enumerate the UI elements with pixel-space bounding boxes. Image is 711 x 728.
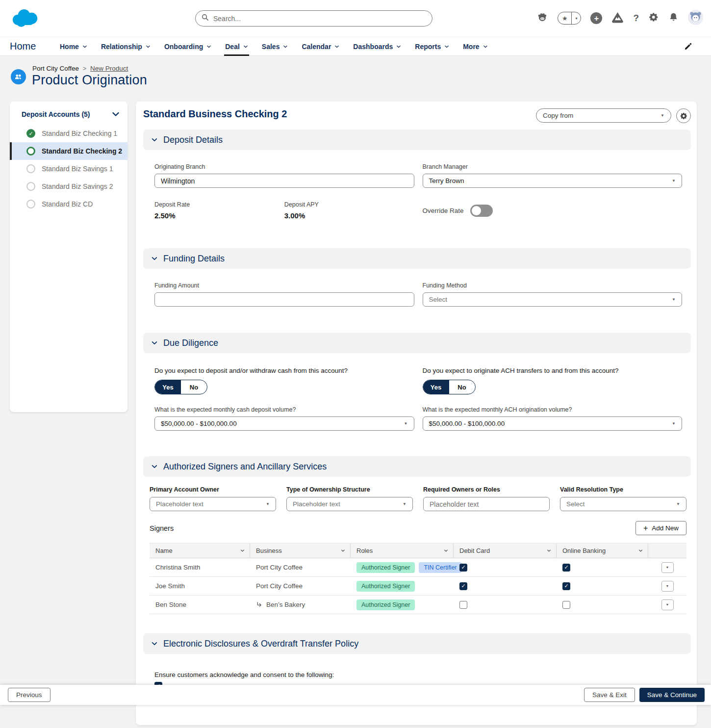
global-search[interactable] — [195, 10, 432, 26]
star-icon: ★ — [558, 12, 572, 24]
originating-branch-input[interactable] — [154, 174, 414, 188]
online-banking-checkbox[interactable] — [562, 582, 570, 590]
ownership-structure-select[interactable]: Placeholder text▼ — [286, 497, 413, 511]
sidebar-item-standard-biz-savings-1[interactable]: Standard Biz Savings 1 — [10, 160, 127, 178]
nav-tab-reports[interactable]: Reports — [408, 37, 456, 56]
funding-method-select[interactable]: Select▼ — [423, 292, 683, 307]
favorites-icon[interactable]: ★ ▼ — [558, 12, 581, 25]
funding-amount-input[interactable] — [154, 292, 414, 307]
debit-card-checkbox[interactable] — [459, 601, 467, 609]
resolution-type-select[interactable]: Select▼ — [560, 497, 686, 511]
ach-question-toggle[interactable]: Yes No — [423, 380, 476, 394]
signer-business: Port City Coffee — [256, 564, 303, 571]
online-banking-checkbox[interactable] — [562, 601, 570, 609]
settings-gear-button[interactable] — [676, 108, 691, 123]
primary-account-owner-select[interactable]: Placeholder text▼ — [150, 497, 276, 511]
column-header-online-banking[interactable]: Online Banking — [557, 544, 648, 558]
yes-option[interactable]: Yes — [423, 380, 449, 394]
role-badge: Authorized Signer — [356, 581, 415, 592]
signer-business: Port City Coffee — [256, 582, 303, 590]
chevron-down-icon — [341, 548, 345, 553]
chevron-down-icon — [243, 44, 248, 49]
dropdown-arrow-icon: ▼ — [672, 179, 676, 183]
column-header-business[interactable]: Business — [250, 544, 351, 558]
avatar[interactable] — [688, 10, 703, 27]
section-due-diligence[interactable]: Due Diligence — [143, 333, 691, 353]
debit-card-checkbox[interactable] — [459, 582, 467, 590]
chevron-down-icon — [240, 548, 245, 553]
chevron-down-icon — [151, 640, 158, 647]
chevron-down-icon — [82, 44, 87, 49]
chevron-down-icon — [444, 548, 448, 553]
breadcrumb: Port City Coffee > New Product — [32, 65, 128, 72]
nav-tab-deal[interactable]: Deal — [218, 37, 255, 56]
add-new-button[interactable]: + Add New — [635, 521, 686, 535]
chevron-down-icon — [444, 44, 449, 49]
nav-tab-onboarding[interactable]: Onboarding — [157, 37, 218, 56]
nav-tab-dashboards[interactable]: Dashboards — [346, 37, 408, 56]
collapse-chevron-icon[interactable] — [112, 110, 120, 118]
required-owners-label: Required Owners or Roles — [423, 486, 550, 493]
search-input[interactable] — [213, 15, 426, 23]
section-funding-details[interactable]: Funding Details — [143, 248, 691, 269]
nav-tab-calendar[interactable]: Calendar — [295, 37, 346, 56]
nav-tab-home[interactable]: Home — [53, 37, 94, 56]
breadcrumb-current-link[interactable]: New Product — [90, 65, 128, 72]
product-title: Standard Business Checking 2 — [143, 108, 287, 120]
override-rate-toggle[interactable] — [470, 205, 493, 217]
sidebar-item-standard-biz-savings-2[interactable]: Standard Biz Savings 2 — [10, 178, 127, 195]
cash-volume-select[interactable]: $50,000.00 - $100,000.00▼ — [154, 416, 414, 431]
dropdown-arrow-icon: ▼ — [672, 297, 676, 302]
branch-manager-select[interactable]: Terry Brown▼ — [423, 174, 683, 188]
chevron-down-icon — [151, 339, 158, 346]
save-continue-button[interactable]: Save & Continue — [639, 688, 705, 702]
nav-tab-relationship[interactable]: Relationship — [94, 37, 157, 56]
sidebar-item-standard-biz-checking-1[interactable]: ✓ Standard Biz Checking 1 — [10, 125, 127, 142]
copy-from-select[interactable]: Copy from▼ — [536, 108, 671, 123]
edit-nav-pencil-icon[interactable] — [684, 42, 692, 52]
column-header-debit-card[interactable]: Debit Card — [454, 544, 557, 558]
dropdown-arrow-icon: ▼ — [404, 421, 408, 426]
debit-card-checkbox[interactable] — [459, 564, 467, 572]
signer-business: Ben’s Bakery — [266, 601, 305, 608]
complete-check-icon: ✓ — [26, 129, 35, 138]
column-header-roles[interactable]: Roles — [351, 544, 454, 558]
resolution-type-label: Valid Resolution Type — [560, 486, 686, 493]
breadcrumb-parent[interactable]: Port City Coffee — [32, 65, 79, 72]
save-exit-button[interactable]: Save & Exit — [584, 688, 635, 702]
column-header-name[interactable]: Name — [150, 544, 250, 558]
no-option[interactable]: No — [181, 380, 207, 394]
breadcrumb-separator-icon: > — [83, 65, 86, 72]
deposit-rate-label: Deposit Rate — [154, 201, 284, 208]
online-banking-checkbox[interactable] — [562, 564, 570, 572]
cash-question-toggle[interactable]: Yes No — [154, 380, 207, 394]
cash-question-label: Do you expect to deposit and/or withdraw… — [154, 367, 414, 374]
previous-button[interactable]: Previous — [8, 688, 51, 702]
help-icon[interactable]: ? — [633, 13, 639, 24]
chevron-down-icon — [283, 44, 288, 49]
global-add-icon[interactable]: + — [590, 12, 602, 24]
einstein-icon[interactable] — [536, 11, 548, 25]
nav-tab-more[interactable]: More — [456, 37, 494, 56]
nav-tab-sales[interactable]: Sales — [255, 37, 295, 56]
ach-volume-select[interactable]: $50,000.00 - $100,000.00▼ — [423, 416, 683, 431]
required-owners-input[interactable] — [423, 497, 550, 511]
sidebar-item-standard-biz-cd[interactable]: Standard Biz CD — [10, 195, 127, 213]
product-form-panel: Standard Business Checking 2 Copy from▼ … — [136, 102, 697, 725]
row-actions-button[interactable]: ▼ — [661, 599, 674, 610]
setup-icon[interactable] — [648, 12, 659, 25]
yes-option[interactable]: Yes — [155, 380, 181, 394]
no-option[interactable]: No — [449, 380, 475, 394]
row-actions-button[interactable]: ▼ — [661, 562, 674, 573]
plus-icon: + — [643, 524, 648, 532]
sidebar-item-standard-biz-checking-2[interactable]: Standard Biz Checking 2 — [10, 142, 127, 160]
chevron-down-icon — [483, 44, 488, 49]
section-electronic-disclosures[interactable]: Electronic Disclosures & Overdraft Trans… — [143, 633, 691, 654]
trailhead-icon[interactable] — [611, 12, 624, 25]
section-deposit-details[interactable]: Deposit Details — [143, 130, 691, 150]
notifications-icon[interactable] — [668, 12, 679, 25]
disclosures-intro: Ensure customers acknowledge and consent… — [154, 671, 682, 678]
table-row: Christina Smith Port City Coffee Authori… — [150, 558, 686, 577]
row-actions-button[interactable]: ▼ — [661, 581, 674, 592]
section-authorized-signers[interactable]: Authorized Signers and Ancillary Service… — [143, 456, 691, 477]
